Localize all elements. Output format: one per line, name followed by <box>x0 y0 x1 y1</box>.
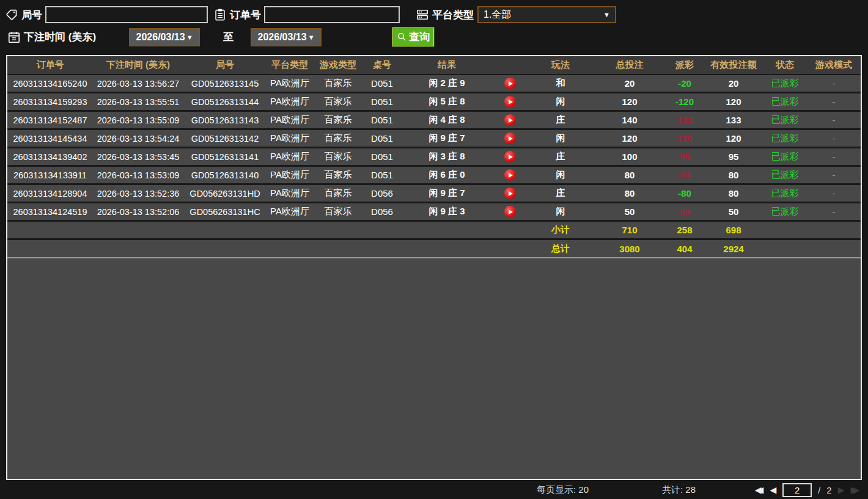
platform-cell: PA欧洲厅 <box>267 188 313 199</box>
platform-select-value: 1.全部 <box>484 9 511 21</box>
total-bet-cell: 140 <box>594 115 665 125</box>
table-row: 260313134133911 2026-03-13 13:53:09 GD05… <box>7 167 861 185</box>
game-no-cell: GD056263131HD <box>183 189 267 199</box>
play-type-cell: 庄 <box>527 151 594 162</box>
bet-time-cell: 2026-03-13 13:53:45 <box>93 152 183 162</box>
date-to-select[interactable]: 2026/03/13 ▼ <box>251 28 322 46</box>
total-payout: 404 <box>665 244 704 254</box>
game-type-cell: 百家乐 <box>313 206 363 217</box>
tag-icon <box>5 8 18 21</box>
total-bet-cell: 100 <box>594 151 665 162</box>
replay-play-icon[interactable] <box>504 206 516 217</box>
play-type-cell: 闲 <box>527 169 594 181</box>
replay-cell <box>493 188 527 200</box>
game-mode-cell: - <box>807 133 861 144</box>
game-mode-cell: - <box>807 151 861 162</box>
filter-bar: 局号 订单号 <box>0 0 868 55</box>
replay-play-icon[interactable] <box>504 188 516 199</box>
platform-label: 平台类型 <box>432 8 474 22</box>
pagination-bar: 每页显示: 20 共计: 28 ◀◀ ◀ / 2 ▶ ▶▶ <box>0 481 868 499</box>
bet-time-cell: 2026-03-13 13:55:51 <box>93 97 183 107</box>
table-row: 260313134128904 2026-03-13 13:52:36 GD05… <box>7 185 861 203</box>
game-mode-cell: - <box>807 115 861 125</box>
status-badge: 已派彩 <box>763 133 807 144</box>
platform-cell: PA欧洲厅 <box>267 133 313 144</box>
order-no-input[interactable] <box>264 6 400 23</box>
col-header-table-no: 桌号 <box>363 59 401 71</box>
table-no-cell: D051 <box>363 133 401 144</box>
result-cell: 闲 9 庄 3 <box>401 206 493 217</box>
date-to-value: 2026/03/13 <box>258 32 307 43</box>
status-badge: 已派彩 <box>763 188 807 199</box>
date-from-select[interactable]: 2026/03/13 ▼ <box>129 28 200 46</box>
total-bet-cell: 120 <box>594 97 665 107</box>
pagination-controls: ◀◀ ◀ / 2 ▶ ▶▶ <box>755 483 859 497</box>
replay-cell <box>493 78 527 90</box>
table-row: 260313134139402 2026-03-13 13:53:45 GD05… <box>7 148 861 167</box>
game-type-cell: 百家乐 <box>313 151 363 162</box>
game-mode-cell: - <box>807 78 861 89</box>
game-type-cell: 百家乐 <box>313 188 363 199</box>
calendar-icon <box>7 31 21 44</box>
platform-select[interactable]: 1.全部 ▼ <box>477 6 616 23</box>
replay-cell <box>493 133 527 145</box>
order-no-cell: 260313134165240 <box>7 79 93 89</box>
game-mode-cell: - <box>807 97 861 107</box>
total-valid-bet: 2924 <box>704 244 763 254</box>
valid-bet-cell: 80 <box>704 170 763 180</box>
table-no-cell: D051 <box>363 115 401 125</box>
server-icon <box>416 8 429 21</box>
subtotal-valid-bet: 698 <box>704 225 763 235</box>
status-badge: 已派彩 <box>763 114 807 126</box>
total-bet-cell: 80 <box>594 170 665 180</box>
valid-bet-cell: 120 <box>704 97 763 107</box>
replay-play-icon[interactable] <box>504 133 516 144</box>
col-header-platform: 平台类型 <box>267 59 313 71</box>
table-no-cell: D051 <box>363 151 401 162</box>
order-no-cell: 260313134145434 <box>7 134 93 144</box>
table-row: 260313134124519 2026-03-13 13:52:06 GD05… <box>7 203 861 222</box>
status-badge: 已派彩 <box>763 96 807 107</box>
payout-cell: 80 <box>665 170 704 180</box>
replay-play-icon[interactable] <box>504 114 516 126</box>
result-cell: 闲 3 庄 8 <box>401 151 493 162</box>
clipboard-icon <box>213 8 227 21</box>
replay-cell <box>493 169 527 181</box>
first-page-button[interactable]: ◀◀ <box>755 483 764 497</box>
per-page-label: 每页显示: 20 <box>537 484 589 496</box>
table-no-cell: D056 <box>363 206 401 217</box>
page-input[interactable] <box>782 483 812 497</box>
next-page-button[interactable]: ▶ <box>838 483 845 497</box>
records-table: 订单号 下注时间 (美东) 局号 平台类型 游戏类型 桌号 结果 玩法 总投注 … <box>6 55 862 480</box>
table-header-row: 订单号 下注时间 (美东) 局号 平台类型 游戏类型 桌号 结果 玩法 总投注 … <box>7 56 861 75</box>
order-no-cell: 260313134139402 <box>7 152 93 162</box>
status-badge: 已派彩 <box>763 169 807 181</box>
replay-play-icon[interactable] <box>504 169 516 181</box>
game-no-label-group: 局号 <box>5 8 42 22</box>
replay-play-icon[interactable] <box>504 151 516 162</box>
platform-cell: PA欧洲厅 <box>267 169 313 181</box>
replay-play-icon[interactable] <box>504 78 516 89</box>
game-type-cell: 百家乐 <box>313 133 363 144</box>
prev-page-button[interactable]: ◀ <box>770 483 776 497</box>
date-from-value: 2026/03/13 <box>136 32 185 43</box>
game-no-input[interactable] <box>45 6 208 23</box>
game-no-cell: GD05126313143 <box>183 115 267 125</box>
col-header-time: 下注时间 (美东) <box>93 59 183 71</box>
valid-bet-cell: 95 <box>704 151 763 162</box>
result-cell: 闲 9 庄 7 <box>401 188 493 199</box>
platform-cell: PA欧洲厅 <box>267 114 313 126</box>
search-button[interactable]: 查询 <box>392 27 434 46</box>
chevron-down-icon: ▼ <box>308 34 315 41</box>
game-mode-cell: - <box>807 206 861 217</box>
table-row: 260313134159293 2026-03-13 13:55:51 GD05… <box>7 93 861 112</box>
game-mode-cell: - <box>807 188 861 199</box>
game-no-cell: GD05126313141 <box>183 152 267 162</box>
game-type-cell: 百家乐 <box>313 114 363 126</box>
total-count-label: 共计: 28 <box>662 484 696 496</box>
subtotal-row: 小计 710 258 698 <box>7 222 861 240</box>
last-page-button[interactable]: ▶▶ <box>850 483 859 497</box>
valid-bet-cell: 20 <box>704 78 763 89</box>
replay-cell <box>493 114 527 126</box>
replay-play-icon[interactable] <box>504 96 516 107</box>
